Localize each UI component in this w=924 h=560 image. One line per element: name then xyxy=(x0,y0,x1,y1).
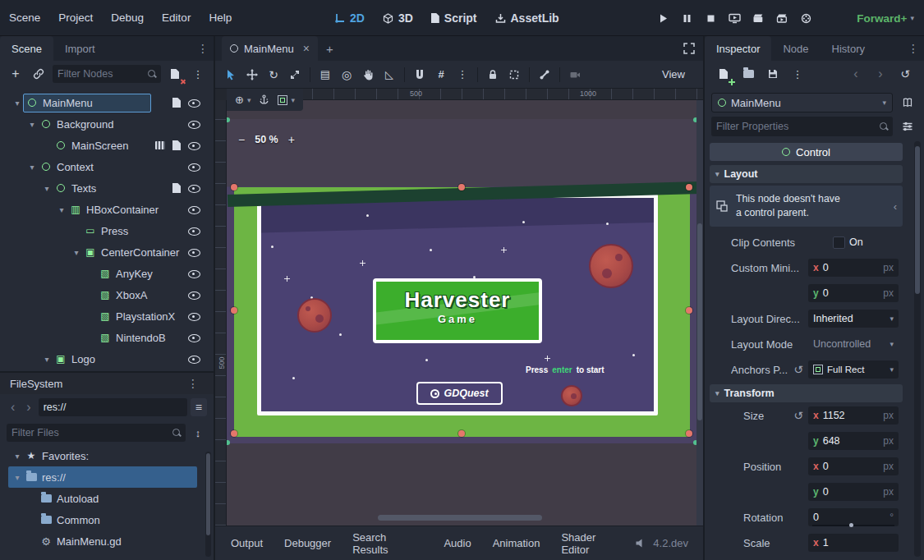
save-resource-button[interactable] xyxy=(764,65,782,83)
tree-row-centercontainer[interactable]: ▾ ▣ CenterContainer xyxy=(0,241,214,263)
position-y-field[interactable]: y 0 px xyxy=(808,483,899,501)
audio-tab[interactable]: Audio xyxy=(433,537,481,549)
search-results-tab[interactable]: Search Results xyxy=(342,531,433,556)
revert-icon[interactable]: ↺ xyxy=(793,363,803,376)
size-y-field[interactable]: y 648 px xyxy=(808,432,899,450)
expander-icon[interactable]: ▾ xyxy=(25,163,39,172)
tree-row-nintendob[interactable]: ▧ NintendoB xyxy=(0,327,214,348)
menu-debug[interactable]: Debug xyxy=(102,0,153,36)
horizontal-scrollbar[interactable] xyxy=(378,515,542,521)
skeleton-options-button[interactable] xyxy=(536,66,554,84)
tree-row-context[interactable]: ▾ Context xyxy=(0,156,214,177)
distraction-free-button[interactable] xyxy=(683,43,695,54)
pause-button[interactable] xyxy=(678,9,696,27)
scene-tab-mainmenu[interactable]: MainMenu × xyxy=(222,36,318,61)
revert-icon[interactable]: ↺ xyxy=(793,409,803,422)
selection-handle[interactable] xyxy=(231,430,237,437)
rotation-field[interactable]: 0 ° xyxy=(808,508,899,526)
rotation-slider[interactable] xyxy=(812,525,894,526)
filter-properties-input[interactable] xyxy=(716,121,876,132)
fs-row-autoload[interactable]: Autoload xyxy=(0,488,214,509)
object-selector[interactable]: MainMenu ▾ xyxy=(711,93,893,112)
tree-row-hboxcontainer[interactable]: ▾ ▥ HBoxContainer xyxy=(0,199,214,220)
visibility-toggle-icon[interactable] xyxy=(188,310,200,322)
menu-scene[interactable]: Scene xyxy=(0,0,49,36)
back-icon[interactable]: ‹ xyxy=(7,400,19,415)
fs-row-res[interactable]: ▾ res:// xyxy=(8,466,197,488)
stop-button[interactable] xyxy=(701,9,719,27)
dock-menu-icon[interactable]: ⋮ xyxy=(192,42,214,55)
dock-menu-icon[interactable]: ⋮ xyxy=(903,42,924,55)
play-scene-button[interactable] xyxy=(749,9,767,27)
new-resource-button[interactable] xyxy=(715,65,733,83)
expander-icon[interactable]: ▾ xyxy=(10,452,25,461)
play-remote-button[interactable] xyxy=(725,9,743,27)
context-2d[interactable]: 2D xyxy=(325,0,374,36)
tree-row-press[interactable]: ▭ Press xyxy=(0,220,214,241)
list-select-button[interactable]: ▤ xyxy=(316,66,334,84)
position-x-field[interactable]: x 0 px xyxy=(808,457,899,475)
selection-handle[interactable] xyxy=(458,430,465,437)
movie-maker-button[interactable] xyxy=(797,9,815,27)
filter-files-input[interactable] xyxy=(11,427,169,438)
tree-row-xboxa[interactable]: ▧ XboxA xyxy=(0,284,214,305)
section-layout[interactable]: ▾ Layout xyxy=(710,165,903,183)
menu-editor[interactable]: Editor xyxy=(153,0,200,36)
zoom-out-button[interactable]: − xyxy=(235,133,248,146)
section-transform[interactable]: ▾ Transform xyxy=(710,384,903,402)
move-tool-button[interactable] xyxy=(243,66,261,84)
tree-row-mainscreen[interactable]: MainScreen xyxy=(0,135,214,156)
tree-row-playstationx[interactable]: ▧ PlaystationX xyxy=(0,305,214,327)
snap-options-icon[interactable]: ⋮ xyxy=(453,66,471,84)
tree-row-background[interactable]: ▾ Background xyxy=(0,113,214,135)
layout-mode-dropdown[interactable]: Uncontrolled ▾ xyxy=(808,335,899,353)
renderer-select[interactable]: Forward+ ▾ xyxy=(857,0,914,36)
game-scene-bounds[interactable]: Harvester Game Press enter to start GDQu… xyxy=(234,187,690,437)
detach-script-button[interactable] xyxy=(166,65,184,83)
new-scene-tab-button[interactable]: + xyxy=(318,42,342,56)
speaker-icon[interactable] xyxy=(635,538,646,549)
visibility-toggle-icon[interactable] xyxy=(188,268,200,279)
expander-icon[interactable]: ▾ xyxy=(39,355,54,364)
menu-help[interactable]: Help xyxy=(200,0,241,36)
toggle-split-mode-button[interactable]: ≡ xyxy=(191,398,207,416)
visibility-toggle-icon[interactable] xyxy=(188,118,200,130)
play-custom-scene-button[interactable] xyxy=(773,9,791,27)
anchor-marker[interactable] xyxy=(227,440,230,445)
expander-icon[interactable]: ▾ xyxy=(69,248,84,257)
select-tool-button[interactable] xyxy=(222,66,240,84)
output-tab[interactable]: Output xyxy=(220,537,274,549)
pivot-tool-button[interactable]: ◎ xyxy=(338,66,356,84)
dock-menu-icon[interactable]: ⋮ xyxy=(182,377,204,390)
shader-editor-tab[interactable]: Shader Editor xyxy=(550,531,635,556)
open-docs-button[interactable] xyxy=(898,93,917,112)
selection-handle[interactable] xyxy=(231,307,237,314)
selection-handle[interactable] xyxy=(686,184,692,190)
anchors-preset-dropdown[interactable]: Full Rect ▾ xyxy=(808,360,899,379)
rotate-tool-button[interactable]: ↻ xyxy=(264,66,283,84)
menu-project[interactable]: Project xyxy=(49,0,102,36)
instance-scene-button[interactable] xyxy=(30,65,48,83)
play-button[interactable] xyxy=(654,9,672,27)
path-input[interactable] xyxy=(44,402,182,413)
warning-collapse-icon[interactable]: ‹ xyxy=(894,200,897,213)
scale-tool-button[interactable] xyxy=(286,66,304,84)
visibility-toggle-icon[interactable] xyxy=(188,225,200,236)
forward-icon[interactable]: › xyxy=(22,400,34,415)
fs-row-common[interactable]: Common xyxy=(0,509,214,530)
script-icon[interactable] xyxy=(172,140,181,150)
visibility-toggle-icon[interactable] xyxy=(188,140,200,151)
node-tab[interactable]: Node xyxy=(771,36,820,61)
layout-direction-dropdown[interactable]: Inherited ▾ xyxy=(808,310,899,328)
visibility-toggle-icon[interactable] xyxy=(188,161,200,172)
filesystem-scrollbar[interactable] xyxy=(205,452,211,557)
favorites-row[interactable]: ▾ ★ Favorites: xyxy=(0,445,214,466)
group-button[interactable] xyxy=(505,66,523,84)
expander-icon[interactable]: ▾ xyxy=(39,184,54,193)
history-tab[interactable]: History xyxy=(821,36,876,61)
2d-canvas[interactable]: Harvester Game Press enter to start GDQu… xyxy=(227,100,703,526)
tab-scene[interactable]: Scene xyxy=(0,36,53,61)
sort-files-button[interactable]: ↕ xyxy=(189,424,207,442)
visibility-toggle-icon[interactable] xyxy=(188,289,200,301)
tree-row-texts[interactable]: ▾ Texts xyxy=(0,177,214,199)
